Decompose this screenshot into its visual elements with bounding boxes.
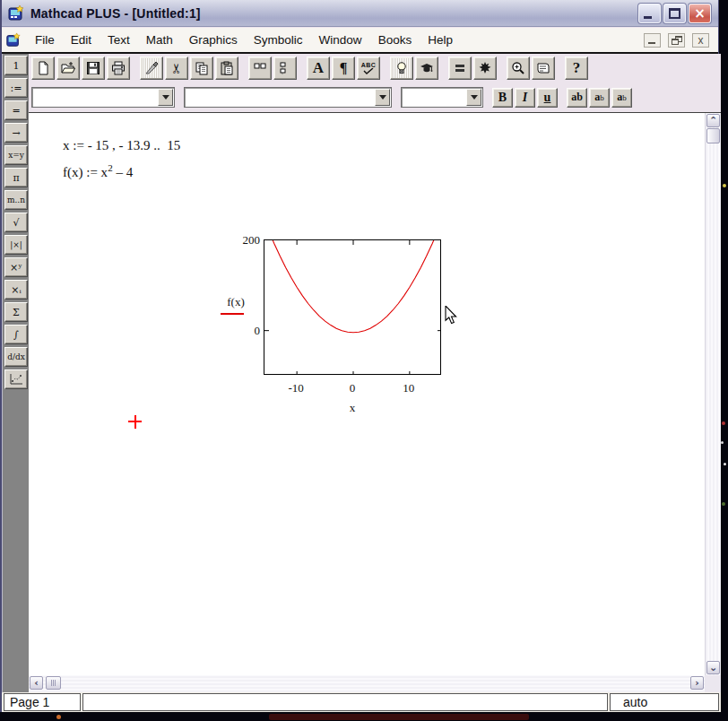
palette-summation-button[interactable]: Σ xyxy=(4,302,28,322)
menu-items: FileEditTextMathGraphicsSymbolicWindowBo… xyxy=(27,30,461,49)
mdi-restore-button[interactable] xyxy=(668,33,685,48)
text-region-button[interactable]: A xyxy=(307,56,330,80)
menu-file[interactable]: File xyxy=(27,30,63,49)
zoom-icon xyxy=(511,61,525,75)
math-palette: 1:==→x=yπm..n√|×|×ʸ×ᵢΣ∫d/dx xyxy=(2,54,29,692)
underline-button[interactable]: u xyxy=(537,88,558,108)
vertical-scrollbar[interactable]: ⌃ ⌄ xyxy=(705,113,721,675)
help-button[interactable]: ? xyxy=(565,56,588,80)
titlebar[interactable]: Mathcad PLUS - [Untitled:1] × xyxy=(2,0,718,27)
menu-graphics[interactable]: Graphics xyxy=(181,30,246,49)
italic-button[interactable]: I xyxy=(515,88,535,108)
subscript-button[interactable]: ab xyxy=(589,88,610,108)
print-button[interactable] xyxy=(107,56,130,80)
x-tick-label: -10 xyxy=(278,381,314,395)
save-button[interactable] xyxy=(82,56,105,80)
vertical-scroll-thumb[interactable] xyxy=(706,128,720,143)
evaluation-icon: = xyxy=(12,105,20,117)
chevron-down-icon[interactable] xyxy=(466,89,481,106)
tutorial-button[interactable] xyxy=(415,56,438,80)
plot-box[interactable] xyxy=(264,239,441,375)
greek-icon: π xyxy=(13,172,19,184)
tips-icon xyxy=(394,61,409,75)
spellcheck-button[interactable]: ABC xyxy=(357,56,380,80)
maximize-button[interactable] xyxy=(663,4,686,23)
mdi-minimize-icon xyxy=(648,42,655,44)
menu-edit[interactable]: Edit xyxy=(63,30,100,49)
align-across-button[interactable] xyxy=(248,56,272,80)
size-combo[interactable] xyxy=(401,87,483,108)
document-system-icon[interactable] xyxy=(5,32,22,48)
horizontal-scroll-thumb[interactable] xyxy=(46,676,61,690)
arithmetic-icon: 1 xyxy=(13,60,20,72)
menu-text[interactable]: Text xyxy=(100,30,138,49)
bold-button[interactable]: B xyxy=(492,88,513,108)
palette-assignment-button[interactable]: := xyxy=(4,78,28,98)
horizontal-scrollbar[interactable]: ‹ › xyxy=(29,675,705,692)
toolbar: ✂ A ¶ ABC xyxy=(29,54,721,83)
desktop-speck xyxy=(721,441,724,444)
palette-square-root-button[interactable]: √ xyxy=(4,213,28,232)
tips-button[interactable] xyxy=(390,56,413,80)
calculate-button[interactable] xyxy=(448,56,472,80)
mdi-close-button[interactable]: x xyxy=(692,33,709,48)
scroll-down-button[interactable]: ⌄ xyxy=(706,661,720,674)
plot-trace-label: f(x) xyxy=(217,295,255,309)
statusbar: Page 1 auto xyxy=(2,692,721,712)
menu-help[interactable]: Help xyxy=(420,30,461,49)
menubar: FileEditTextMathGraphicsSymbolicWindowBo… xyxy=(2,28,718,54)
format-brush-button[interactable] xyxy=(140,56,163,80)
menu-books[interactable]: Books xyxy=(370,30,420,49)
palette-absolute-value-button[interactable]: |×| xyxy=(4,235,28,255)
font-combo[interactable] xyxy=(184,87,392,108)
palette-derivative-button[interactable]: d/dx xyxy=(4,347,28,367)
mathcad-window: Mathcad PLUS - [Untitled:1] × FileEditTe… xyxy=(0,0,719,712)
print-icon xyxy=(111,61,126,75)
new-button[interactable] xyxy=(31,56,55,80)
text-style-button[interactable]: ab xyxy=(567,88,587,108)
scroll-right-button[interactable]: › xyxy=(690,676,704,690)
minimize-button[interactable] xyxy=(638,4,661,23)
palette-greek-button[interactable]: π xyxy=(4,168,28,187)
menu-symbolic[interactable]: Symbolic xyxy=(246,30,311,49)
scroll-left-button[interactable]: ‹ xyxy=(30,676,43,690)
palette-power-button[interactable]: ×ʸ xyxy=(4,257,28,277)
menu-math[interactable]: Math xyxy=(138,30,181,49)
close-button[interactable]: × xyxy=(689,4,711,23)
palette-arithmetic-button[interactable]: 1 xyxy=(4,56,28,75)
align-down-button[interactable] xyxy=(273,56,297,80)
copy-button[interactable] xyxy=(190,56,213,80)
tutorial-icon xyxy=(420,61,434,75)
chevron-down-icon[interactable] xyxy=(375,89,390,106)
paragraph-button[interactable]: ¶ xyxy=(332,56,355,80)
palette-subscript-button[interactable]: ×ᵢ xyxy=(4,280,28,300)
y-tick-label: 200 xyxy=(236,233,260,248)
palette-symbolic-arrow-button[interactable]: → xyxy=(4,123,28,143)
desktop-speck xyxy=(724,463,726,465)
resource-icon xyxy=(536,61,550,75)
zoom-button[interactable] xyxy=(507,56,530,80)
subscript-icon: ×ᵢ xyxy=(11,284,21,296)
palette-boolean-button[interactable]: x=y xyxy=(4,145,28,165)
palette-range-button[interactable]: m..n xyxy=(4,190,28,210)
palette-graph-button[interactable] xyxy=(4,369,28,389)
resource-button[interactable] xyxy=(532,56,555,80)
symbolic-button[interactable] xyxy=(473,56,497,80)
mdi-minimize-button[interactable] xyxy=(644,33,661,48)
style-combo[interactable] xyxy=(31,87,175,108)
chevron-down-icon[interactable] xyxy=(158,89,173,106)
scroll-up-button[interactable]: ⌃ xyxy=(706,114,720,127)
scrollbar-corner xyxy=(705,675,721,692)
math-region-function[interactable]: f(x) := x2 – 4 xyxy=(36,147,133,195)
cut-button[interactable]: ✂ xyxy=(165,56,188,80)
worksheet[interactable]: x := - 15 , - 13.9 .. 15 f(x) := x2 – 4 … xyxy=(29,113,705,675)
x-tick-label: 0 xyxy=(334,381,370,395)
paste-button[interactable] xyxy=(215,56,238,80)
open-button[interactable] xyxy=(56,56,80,80)
new-icon xyxy=(36,61,50,75)
superscript-button[interactable]: ab xyxy=(611,88,632,108)
menu-window[interactable]: Window xyxy=(311,30,370,49)
absolute-value-icon: |×| xyxy=(10,240,22,249)
palette-evaluation-button[interactable]: = xyxy=(4,100,28,120)
palette-integral-button[interactable]: ∫ xyxy=(4,325,28,344)
